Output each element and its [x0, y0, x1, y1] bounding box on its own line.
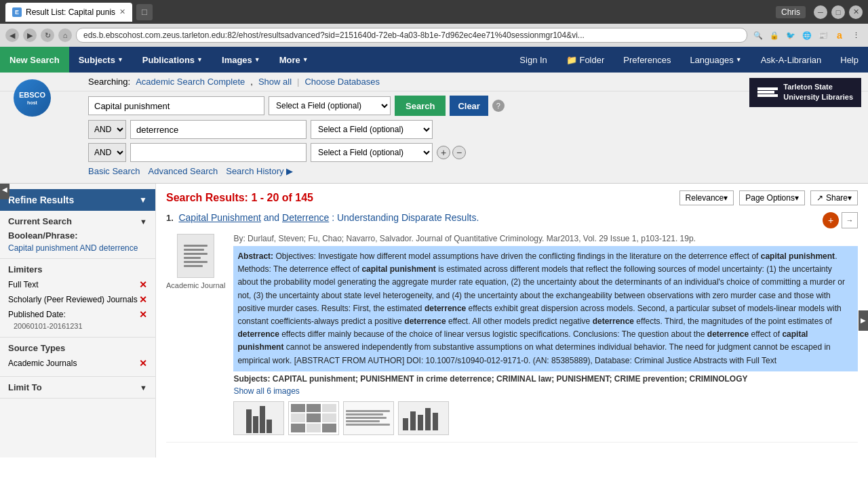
- reload-btn[interactable]: ↻: [41, 28, 54, 42]
- source-types-section: Source Types Academic Journals ✕: [0, 338, 155, 377]
- remove-row-btn[interactable]: −: [452, 146, 466, 159]
- limit-to-header[interactable]: Limit To ▼: [8, 382, 147, 392]
- sidebar-collapse-btn[interactable]: ◀: [0, 184, 9, 199]
- forward-btn[interactable]: ▶: [23, 28, 37, 42]
- minimize-btn[interactable]: ─: [814, 5, 827, 19]
- left-sidebar: ◀ Refine Results ▼ Current Search ▼ Bool…: [0, 184, 156, 458]
- ext-icon-twitter[interactable]: 🐦: [784, 28, 797, 42]
- tab-close-btn[interactable]: ✕: [119, 7, 125, 16]
- database-link[interactable]: Academic Search Complete: [136, 77, 245, 87]
- browser-tab[interactable]: E Result List: Capital punis ✕: [5, 3, 132, 22]
- thumbnail-4[interactable]: [398, 401, 449, 435]
- close-btn[interactable]: ✕: [849, 5, 863, 19]
- results-header: Search Results: 1 - 20 of 145 Relevance▾…: [166, 190, 858, 205]
- nav-images[interactable]: Images ▼: [212, 47, 270, 73]
- nav-sign-in[interactable]: Sign In: [510, 47, 556, 73]
- result-subjects: Subjects: CAPITAL punishment; PUNISHMENT…: [233, 374, 858, 384]
- tab-title: Result List: Capital punis: [26, 7, 115, 17]
- search-links: Basic Search Advanced Search Search Hist…: [88, 166, 860, 176]
- svg-rect-3: [425, 408, 431, 430]
- result-abstract: Abstract: Objectives: Investigate how di…: [233, 246, 858, 371]
- url-bar[interactable]: [76, 28, 747, 43]
- add-row-btn[interactable]: +: [437, 146, 450, 159]
- advanced-search-link[interactable]: Advanced Search: [149, 166, 218, 176]
- scholarly-limiter: Scholarly (Peer Reviewed) Journals ✕: [8, 292, 147, 307]
- current-search-collapse[interactable]: ▼: [140, 218, 147, 226]
- ext-icon-menu[interactable]: ⋮: [849, 28, 863, 42]
- page-options-btn[interactable]: Page Options▾: [739, 190, 805, 205]
- scholarly-remove-btn[interactable]: ✕: [139, 294, 147, 305]
- search-field-1[interactable]: [88, 96, 264, 115]
- search-field-2[interactable]: [130, 120, 307, 139]
- nav-preferences[interactable]: Preferences: [614, 47, 680, 73]
- forward-result-btn[interactable]: →: [842, 212, 858, 228]
- searching-bar: Searching: Academic Search Complete, Sho…: [0, 73, 868, 92]
- current-search-value: Capital punishment AND deterrence: [8, 243, 147, 253]
- thumbnail-1[interactable]: [233, 401, 284, 435]
- new-tab-btn[interactable]: □: [136, 4, 153, 20]
- nav-new-search[interactable]: New Search: [0, 47, 69, 73]
- images-caret: ▼: [254, 56, 260, 63]
- clear-button[interactable]: Clear: [450, 96, 488, 116]
- boolean-select-2[interactable]: ANDORNOT: [88, 143, 126, 162]
- thumbnail-2[interactable]: [288, 401, 339, 435]
- top-navigation: New Search Subjects ▼ Publications ▼ Ima…: [0, 47, 868, 73]
- thumbnail-3[interactable]: [343, 401, 394, 435]
- limit-to-collapse[interactable]: ▼: [140, 384, 147, 392]
- add-remove-buttons: + −: [437, 146, 466, 159]
- search-field-3[interactable]: [130, 143, 307, 162]
- right-sidebar-toggle[interactable]: ▶: [859, 310, 868, 331]
- sidebar-collapse-icon[interactable]: ▼: [139, 195, 147, 205]
- published-date-remove-btn[interactable]: ✕: [139, 309, 147, 320]
- result-title-area: 1. Capital Punishment and Deterrence : U…: [166, 212, 479, 223]
- show-images-link[interactable]: Show all 6 images: [233, 386, 858, 396]
- nav-ask-librarian[interactable]: Ask-A-Librarian: [751, 47, 831, 73]
- maximize-btn[interactable]: □: [831, 5, 845, 19]
- basic-search-link[interactable]: Basic Search: [88, 166, 140, 176]
- ext-icon-4[interactable]: 📰: [816, 28, 830, 42]
- nav-more[interactable]: More ▼: [270, 47, 318, 73]
- result-title-link[interactable]: Capital Punishment and Deterrence : Unde…: [178, 212, 479, 223]
- source-types-header: Source Types: [8, 343, 147, 353]
- field-select-2[interactable]: Select a Field (optional): [311, 120, 433, 139]
- add-to-folder-btn[interactable]: +: [823, 212, 839, 228]
- nav-folder[interactable]: 📁 Folder: [557, 47, 614, 73]
- back-btn[interactable]: ◀: [5, 28, 19, 42]
- result-meta: By: Durlauf, Steven; Fu, Chao; Navarro, …: [233, 234, 858, 243]
- search-history-link[interactable]: Search History ▶: [226, 166, 293, 176]
- results-title: Search Results: 1 - 20 of 145: [166, 192, 313, 204]
- browser-chrome: E Result List: Capital punis ✕ □ Chris ─…: [0, 0, 868, 24]
- relevance-btn[interactable]: Relevance▾: [679, 190, 734, 205]
- extension-icons: 🔍 🔒 🐦 🌐 📰 a ⋮: [751, 28, 863, 42]
- limiters-label: Limiters: [8, 264, 147, 274]
- full-text-remove-btn[interactable]: ✕: [139, 279, 147, 290]
- ext-icon-1[interactable]: 🔍: [751, 28, 765, 42]
- academic-journals-remove-btn[interactable]: ✕: [139, 358, 147, 369]
- boolean-select-1[interactable]: ANDORNOT: [88, 120, 126, 139]
- result-authors: By: Durlauf, Steven; Fu, Chao; Navarro, …: [233, 234, 413, 243]
- current-search-title: Current Search ▼: [8, 216, 147, 226]
- field-select-3[interactable]: Select a Field (optional): [311, 143, 433, 162]
- search-row-1: Select a Field (optional) Search Clear ?: [88, 96, 860, 116]
- ext-icon-amazon[interactable]: a: [833, 28, 846, 42]
- nav-help[interactable]: Help: [831, 47, 868, 73]
- home-btn[interactable]: ⌂: [58, 28, 72, 42]
- help-icon[interactable]: ?: [492, 100, 505, 112]
- share-btn[interactable]: ↗ Share▾: [810, 190, 858, 205]
- choose-databases-link[interactable]: Choose Databases: [304, 77, 380, 87]
- share-icon: ↗: [816, 193, 823, 203]
- nav-subjects[interactable]: Subjects ▼: [69, 47, 133, 73]
- show-all-link[interactable]: Show all: [258, 77, 292, 87]
- nav-publications[interactable]: Publications ▼: [133, 47, 212, 73]
- limiters-section: Limiters Full Text ✕ Scholarly (Peer Rev…: [0, 259, 155, 338]
- more-caret: ▼: [302, 56, 309, 63]
- field-select-1[interactable]: Select a Field (optional): [269, 96, 391, 115]
- svg-rect-0: [403, 418, 408, 430]
- search-button[interactable]: Search: [395, 96, 446, 116]
- ext-icon-3[interactable]: 🌐: [800, 28, 814, 42]
- published-date-label: Published Date:: [8, 310, 66, 319]
- result-image-thumbs: [233, 401, 858, 435]
- nav-languages[interactable]: Languages ▼: [680, 47, 751, 73]
- ext-icon-2[interactable]: 🔒: [768, 28, 781, 42]
- published-date-value: 20060101-20161231: [8, 322, 147, 330]
